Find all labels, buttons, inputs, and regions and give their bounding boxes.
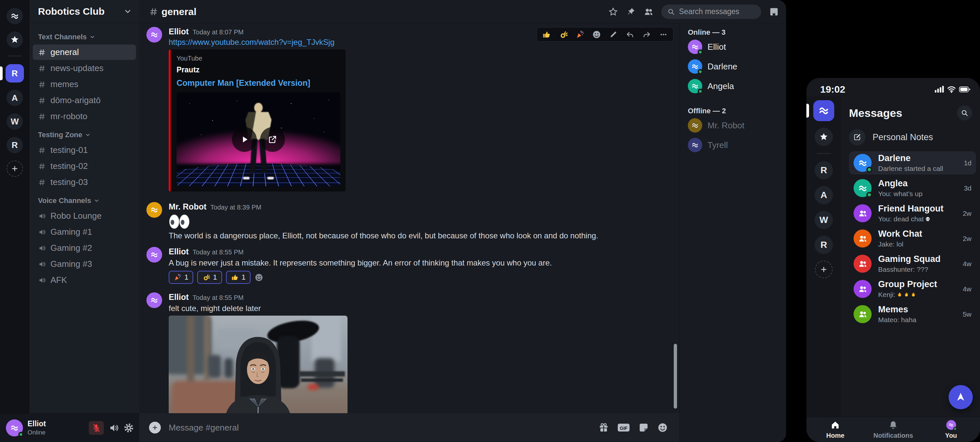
settings-gear-button[interactable] xyxy=(124,423,134,433)
gif-button[interactable]: GIF xyxy=(617,422,630,433)
message-author[interactable]: Elliot xyxy=(169,27,189,37)
nav-tab-notifications[interactable]: Notifications xyxy=(864,420,922,439)
embed-author[interactable]: Prautz xyxy=(177,65,340,74)
channel-list: Text Channelsgeneralnews-updatesmemesdōm… xyxy=(29,23,139,413)
server-button[interactable]: A xyxy=(815,186,833,204)
favourites-button[interactable] xyxy=(815,128,833,146)
server-button[interactable]: R xyxy=(6,64,24,83)
sidebar-channel-d-mo-arigat-[interactable]: dōmo-arigatō xyxy=(33,93,136,108)
forward-button[interactable] xyxy=(642,30,651,39)
server-button[interactable]: R xyxy=(6,137,23,153)
open-external-button[interactable] xyxy=(260,127,285,152)
member-mr-robot[interactable]: Mr. Robot xyxy=(688,116,778,135)
sidebar-channel-robo-lounge[interactable]: Robo Lounge xyxy=(33,208,136,224)
attached-photo[interactable] xyxy=(169,316,347,413)
conversation-gaming-squad[interactable]: Gaming SquadBasshunter: ???4w xyxy=(849,252,976,275)
add-server-button[interactable] xyxy=(6,161,23,177)
sidebar-channel-gaming-2[interactable]: Gaming #2 xyxy=(33,240,136,256)
sidebar-channel-general[interactable]: general xyxy=(33,45,136,60)
play-button[interactable] xyxy=(232,127,257,152)
server-button[interactable]: R xyxy=(815,161,833,180)
conversation-darlene[interactable]: DarleneDarlene started a call1d xyxy=(849,151,976,175)
thumbs-up-quick-react[interactable] xyxy=(542,30,551,39)
reply-button[interactable] xyxy=(625,30,635,39)
avatar[interactable] xyxy=(146,27,162,43)
sticker-button[interactable] xyxy=(638,422,649,433)
personal-notes-item[interactable]: Personal Notes xyxy=(849,129,976,145)
member-elliot[interactable]: Elliot xyxy=(688,37,778,56)
favourite-star-button[interactable] xyxy=(608,7,618,17)
server-button[interactable]: A xyxy=(6,90,23,106)
gift-button[interactable] xyxy=(598,422,609,433)
app-logo-button[interactable] xyxy=(813,100,834,121)
sidebar-channel-testing-03[interactable]: testing-03 xyxy=(33,175,136,190)
conversation-work-chat[interactable]: Work ChatJake: lol2w xyxy=(849,227,976,250)
conversation-name: Memes xyxy=(878,304,959,315)
avatar[interactable] xyxy=(146,202,162,218)
sidebar-channel-gaming-3[interactable]: Gaming #3 xyxy=(33,256,136,272)
member-darlene[interactable]: Darlene xyxy=(688,57,778,76)
sidebar-channel-afk[interactable]: AFK xyxy=(33,272,136,288)
server-button[interactable]: W xyxy=(815,211,833,229)
edit-message-button[interactable] xyxy=(609,30,618,39)
search-input[interactable]: Search messages xyxy=(661,5,761,19)
toggle-panel-button[interactable] xyxy=(769,7,779,17)
reaction-party-popper[interactable]: 1 xyxy=(169,271,193,284)
conversation-group-project[interactable]: Group ProjectKenji:4w xyxy=(849,277,976,300)
conversation-memes[interactable]: MemesMateo: haha5w xyxy=(849,302,976,326)
reaction-thumbs-up[interactable]: 1 xyxy=(226,271,251,284)
youtube-link[interactable]: https://www.youtube.com/watch?v=jeg_TJvk… xyxy=(169,38,345,47)
add-reaction-button[interactable] xyxy=(255,273,263,282)
message-author[interactable]: Mr. Robot xyxy=(169,202,206,211)
embed-title[interactable]: Computer Man [Extended Version] xyxy=(177,78,340,88)
message-input[interactable]: Message #general xyxy=(169,423,598,433)
pinned-messages-button[interactable] xyxy=(626,7,636,17)
message-input-bar: Message #general GIF xyxy=(139,413,679,442)
message-author[interactable]: Elliot xyxy=(169,293,189,302)
favourites-button[interactable] xyxy=(6,32,23,48)
conversation-friend-hangout[interactable]: Friend HangoutYou: dead chat2w xyxy=(849,202,976,225)
chevron-down-icon[interactable] xyxy=(124,7,132,16)
party-quick-react[interactable] xyxy=(576,30,584,39)
add-server-button[interactable] xyxy=(815,261,833,278)
attach-file-button[interactable] xyxy=(149,422,161,434)
nav-tab-you[interactable]: You xyxy=(922,420,980,439)
sidebar-channel-news-updates[interactable]: news-updates xyxy=(33,60,136,76)
emoji-button[interactable] xyxy=(657,422,668,433)
channel-section-header[interactable]: Testing Zone xyxy=(29,125,139,142)
microphone-muted-button[interactable] xyxy=(89,421,104,435)
message-author[interactable]: Elliot xyxy=(169,247,189,256)
avatar[interactable] xyxy=(146,293,162,308)
server-button[interactable]: R xyxy=(815,236,833,254)
speaker-icon xyxy=(38,276,46,284)
deafen-button[interactable] xyxy=(108,423,119,433)
sidebar-channel-testing-02[interactable]: testing-02 xyxy=(33,159,136,174)
nav-tab-home[interactable]: Home xyxy=(807,420,864,439)
scrollbar-thumb[interactable] xyxy=(674,344,677,409)
channel-section-header[interactable]: Voice Channels xyxy=(29,191,139,208)
conversation-last-message: Kenji: xyxy=(878,291,959,299)
more-options-button[interactable] xyxy=(659,30,668,39)
sidebar-channel-mr-roboto[interactable]: mr-roboto xyxy=(33,109,136,124)
conversation-anglea[interactable]: AngleaYou: what’s up3d xyxy=(849,176,976,200)
ok-hand-quick-react[interactable] xyxy=(559,30,568,39)
sidebar-channel-memes[interactable]: memes xyxy=(33,76,136,92)
avatar[interactable] xyxy=(6,420,23,436)
compose-fab[interactable] xyxy=(948,385,973,409)
search-button[interactable] xyxy=(957,105,972,121)
app-logo-button[interactable] xyxy=(6,8,23,24)
channel-section-header[interactable]: Text Channels xyxy=(29,27,139,44)
avatar[interactable] xyxy=(146,247,162,262)
reaction-ok-hand[interactable]: 1 xyxy=(197,271,222,284)
sidebar-channel-testing-01[interactable]: testing-01 xyxy=(33,142,136,158)
member-angela[interactable]: Angela xyxy=(688,76,778,95)
member-tyrell[interactable]: Tyrell xyxy=(688,135,778,154)
rail-item-server-w: W xyxy=(0,113,29,130)
members-toggle-button[interactable] xyxy=(644,7,654,17)
wave-logo-icon xyxy=(858,183,868,193)
user-name: Elliot xyxy=(27,419,46,429)
sidebar-channel-gaming-1[interactable]: Gaming #1 xyxy=(33,224,136,240)
server-dropdown[interactable]: Robotics Club xyxy=(29,0,139,23)
server-button[interactable]: W xyxy=(6,113,23,130)
add-reaction-button[interactable] xyxy=(592,30,601,39)
